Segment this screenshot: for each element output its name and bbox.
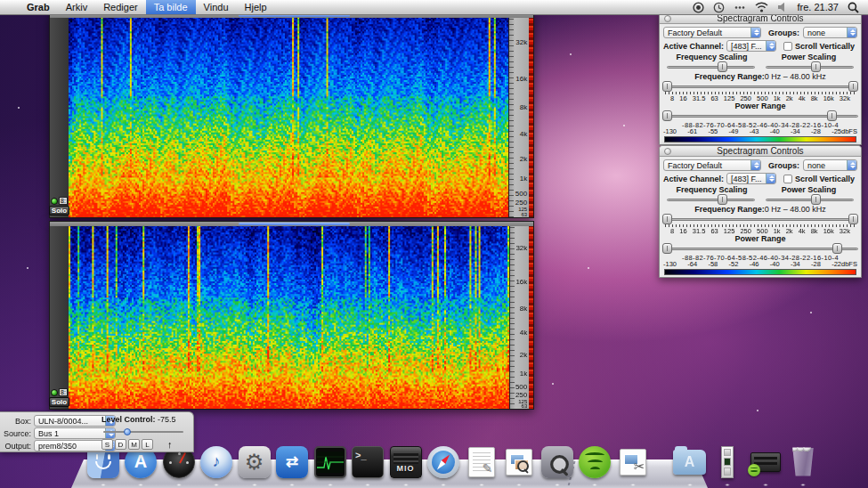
preset-popup[interactable]: Factory Default (663, 159, 761, 171)
range-min-thumb[interactable] (662, 243, 672, 254)
s-button[interactable]: S (101, 439, 113, 450)
freq-label-16k: 16k (515, 278, 527, 286)
dock-device-stack-icon[interactable] (710, 444, 745, 479)
slider-thumb[interactable] (718, 61, 727, 72)
active-channel-popup[interactable]: [483] F... (726, 40, 776, 52)
scale-label: -34 (791, 260, 800, 268)
range-max-thumb[interactable] (832, 243, 842, 254)
scale-label: -49 (729, 127, 739, 135)
groups-popup[interactable]: none (803, 159, 857, 171)
color-scale-labels: -130 -61 -55 -49 -43 -40 -34 -28 -25dbFS (660, 127, 861, 135)
dock-trash-icon[interactable] (786, 444, 821, 479)
scroll-vertically-label: Scroll Vertically (795, 42, 855, 51)
power-tick-labels: -88-82-76-70-64-58-52-46-40-34-28-22-16-… (660, 121, 861, 127)
scroll-thumb[interactable] (239, 223, 350, 225)
record-icon[interactable] (693, 2, 704, 13)
dock-mio-console-icon[interactable]: MIO (388, 444, 423, 479)
l-button[interactable]: L (142, 439, 153, 450)
menu-grab[interactable]: Grab (19, 0, 58, 14)
palette-titlebar[interactable]: Spectragram Controls (660, 146, 861, 157)
groups-popup[interactable]: none (803, 27, 857, 38)
menu-hjelp[interactable]: Hjelp (237, 0, 275, 14)
dock-spotify-icon[interactable] (578, 444, 612, 479)
dock-itunes-icon[interactable]: ♪ (199, 444, 234, 479)
dock-teamviewer-icon[interactable]: ⇄ (275, 444, 310, 479)
time-machine-icon[interactable] (713, 2, 725, 13)
ruler-ticks (509, 13, 514, 217)
m-button[interactable]: M (128, 439, 140, 450)
dock-preview-icon[interactable] (502, 444, 537, 479)
solo-button[interactable]: Solo (49, 397, 69, 407)
spectrogram-display (69, 222, 509, 409)
active-channel-popup[interactable]: [483] F... (726, 173, 776, 184)
horizontal-scrollbar[interactable] (50, 222, 533, 226)
channel-tag[interactable]: 8: (59, 197, 68, 205)
close-icon[interactable] (664, 15, 671, 22)
power-scaling-slider[interactable] (766, 61, 854, 72)
freq-label-250: 250 (515, 391, 527, 399)
menu-vindu[interactable]: Vindu (196, 0, 237, 14)
level-control-slider[interactable] (103, 428, 183, 435)
d-button[interactable]: D (115, 439, 126, 450)
scale-label: -130 (663, 127, 677, 135)
dock-applications-folder-icon[interactable]: A (672, 444, 707, 479)
dock-grab-icon[interactable]: ✂ (615, 444, 650, 479)
input-menu-icon[interactable] (734, 2, 746, 13)
frequency-range-slider[interactable] (662, 81, 858, 92)
power-range-slider[interactable] (662, 243, 858, 254)
close-icon[interactable] (664, 148, 671, 155)
menu-ta-bilde[interactable]: Ta bilde (146, 0, 196, 14)
level-thumb[interactable] (124, 428, 131, 435)
scroll-vertically-checkbox[interactable] (783, 175, 792, 183)
slider-thumb[interactable] (811, 61, 821, 72)
freq-label-500: 500 (515, 189, 527, 197)
freq-label-1k: 1k (520, 175, 527, 183)
menu-arkiv[interactable]: Arkiv (58, 0, 95, 14)
frequency-scaling-slider[interactable] (667, 61, 755, 72)
freq-label-32k: 32k (515, 244, 527, 252)
range-min-thumb[interactable] (662, 110, 672, 121)
preset-value: Factory Default (664, 28, 750, 37)
menu-clock[interactable]: fre. 21.37 (798, 2, 839, 12)
dock-scope-meter-icon[interactable] (312, 444, 347, 479)
frequency-ruler: 32k 16k 8k 4k 2k 1k 500 250 125 63 (509, 222, 529, 409)
spectragram-controls-window-2: Spectragram Controls Factory Default Gro… (659, 145, 862, 278)
frequency-scaling-label: Frequency Scaling (663, 185, 760, 194)
scale-label: -22dbFS (831, 260, 857, 268)
menu-rediger[interactable]: Rediger (95, 0, 146, 14)
spotlight-icon[interactable] (848, 2, 859, 13)
dock-terminal-icon[interactable]: >_ (351, 444, 385, 479)
freq-label-4k: 4k (520, 328, 527, 336)
frequency-range-slider[interactable] (662, 214, 858, 224)
power-range-slider[interactable] (662, 110, 858, 121)
dock-hardware-rack-icon[interactable] (748, 444, 783, 479)
slider-thumb[interactable] (718, 194, 727, 205)
frequency-ruler: 32k 16k 8k 4k 2k 1k 500 250 125 63 (508, 13, 529, 217)
scroll-vertically-checkbox[interactable] (783, 42, 792, 51)
dock-safari-icon[interactable] (426, 444, 461, 479)
freq-label-1k: 1k (520, 370, 527, 378)
up-arrow-icon[interactable]: ↑ (167, 439, 173, 450)
range-max-thumb[interactable] (848, 214, 858, 224)
power-scaling-slider[interactable] (766, 194, 854, 205)
channel-active-led[interactable] (51, 198, 58, 205)
scale-label: -130 (663, 260, 677, 268)
volume-icon[interactable] (777, 2, 789, 12)
popup-arrows-icon (766, 174, 775, 183)
solo-button[interactable]: Solo (49, 206, 69, 216)
slider-thumb[interactable] (811, 194, 821, 205)
preset-popup[interactable]: Factory Default (663, 27, 761, 38)
dock-magnifier-utility-icon[interactable] (539, 444, 574, 479)
overload-strip (529, 222, 533, 409)
range-min-thumb[interactable] (662, 81, 672, 92)
range-min-thumb[interactable] (662, 214, 672, 224)
range-max-thumb[interactable] (827, 110, 837, 121)
range-max-thumb[interactable] (848, 81, 858, 92)
dock-system-preferences-icon[interactable]: ⚙ (237, 444, 272, 479)
channel-active-led[interactable] (51, 389, 58, 396)
dock-textedit-icon[interactable]: ✎ (464, 444, 499, 479)
frequency-scaling-slider[interactable] (667, 194, 755, 205)
wifi-icon[interactable] (755, 2, 768, 12)
frequency-range-value: 0 Hz – 48.00 kHz (765, 205, 826, 214)
channel-tag[interactable]: 8: (59, 388, 68, 396)
